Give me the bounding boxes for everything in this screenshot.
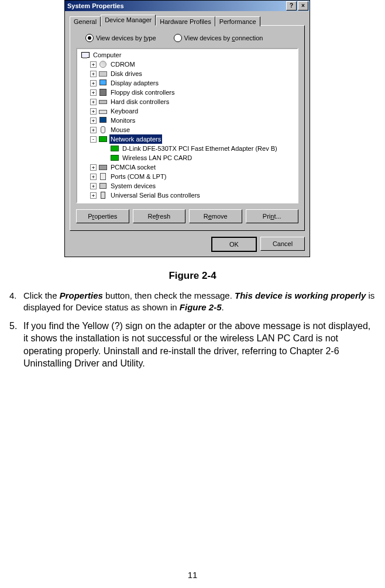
remove-button[interactable]: Remove [189, 209, 242, 223]
expand-icon[interactable]: + [90, 183, 97, 189]
expand-icon[interactable]: + [90, 80, 97, 87]
step-4: 4. Click the Properties button, then che… [9, 290, 376, 314]
usb-icon [98, 191, 108, 200]
tab-general[interactable]: General [70, 16, 101, 26]
keyboard-icon [98, 106, 108, 116]
tab-performance[interactable]: Performance [215, 16, 260, 26]
system-icon [98, 181, 108, 191]
device-tree[interactable]: Computer +CDROM +Disk drives +Display ad… [76, 48, 298, 203]
tree-item[interactable]: +Universal Serial Bus controllers [78, 191, 296, 200]
tree-item[interactable]: +Mouse [78, 125, 296, 134]
hdd-icon [98, 97, 108, 106]
tree-item[interactable]: +PCMCIA socket [78, 162, 296, 172]
tree-item[interactable]: +Monitors [78, 116, 296, 125]
tree-item[interactable]: +Display adapters [78, 78, 296, 88]
step-5: 5. If you find the Yellow (?) sign on th… [9, 320, 376, 370]
expand-icon[interactable]: + [90, 89, 97, 96]
expand-icon[interactable]: + [90, 127, 97, 133]
expand-icon[interactable]: + [90, 71, 97, 77]
tree-root[interactable]: Computer [78, 50, 296, 60]
page-number: 11 [0, 570, 385, 580]
tree-item[interactable]: +Disk drives [78, 69, 296, 78]
ports-icon [98, 172, 108, 181]
refresh-button[interactable]: Refresh [133, 209, 186, 223]
ok-button[interactable]: OK [211, 237, 257, 252]
computer-icon [81, 50, 90, 60]
titlebar: System Properties ? × [65, 1, 310, 11]
radio-dot-icon [174, 34, 182, 42]
pcmcia-icon [98, 162, 108, 172]
tab-device-manager[interactable]: Device Manager [101, 15, 156, 26]
tree-child[interactable]: D-Link DFE-530TX PCI Fast Ethernet Adapt… [78, 144, 296, 153]
network-icon [98, 134, 108, 144]
expand-icon[interactable]: + [90, 108, 97, 115]
tab-hardware-profiles[interactable]: Hardware Profiles [156, 16, 215, 26]
tree-item[interactable]: +Hard disk controllers [78, 97, 296, 106]
adapter-icon [110, 144, 119, 153]
collapse-icon[interactable]: - [90, 136, 97, 143]
tree-item[interactable]: +Keyboard [78, 106, 296, 116]
cdrom-icon [98, 60, 108, 69]
radio-view-by-connection[interactable]: View devices by connection [174, 34, 263, 42]
window-title: System Properties [66, 2, 285, 9]
floppy-icon [98, 88, 108, 97]
print-button[interactable]: Print... [246, 209, 299, 223]
tree-item[interactable]: +Floppy disk controllers [78, 88, 296, 97]
close-button[interactable]: × [298, 1, 308, 11]
expand-icon[interactable]: + [90, 192, 97, 199]
radio-dot-icon [85, 34, 94, 42]
device-manager-panel: View devices by type View devices by con… [70, 25, 305, 231]
expand-icon[interactable]: + [90, 61, 97, 68]
cancel-button[interactable]: Cancel [260, 237, 305, 251]
tree-item[interactable]: +System devices [78, 181, 296, 191]
tree-item[interactable]: +Ports (COM & LPT) [78, 172, 296, 181]
figure-caption: Figure 2-4 [9, 270, 376, 282]
expand-icon[interactable]: + [90, 117, 97, 124]
disk-icon [98, 69, 108, 78]
radio-view-by-type[interactable]: View devices by type [85, 34, 156, 42]
display-icon [98, 78, 108, 88]
help-button[interactable]: ? [286, 1, 297, 11]
expand-icon[interactable]: + [90, 164, 97, 171]
adapter-icon [110, 153, 119, 162]
monitor-icon [98, 116, 108, 125]
tree-item-network[interactable]: -Network adapters [78, 134, 296, 144]
tree-child[interactable]: Wireless LAN PC CARD [78, 153, 296, 162]
tab-strip: General Device Manager Hardware Profiles… [70, 15, 305, 26]
system-properties-dialog: System Properties ? × General Device Man… [64, 0, 310, 257]
expand-icon[interactable]: + [90, 99, 97, 105]
properties-button[interactable]: Properties [76, 209, 129, 223]
expand-icon[interactable]: + [90, 174, 97, 180]
tree-item[interactable]: +CDROM [78, 60, 296, 69]
mouse-icon [98, 125, 108, 134]
